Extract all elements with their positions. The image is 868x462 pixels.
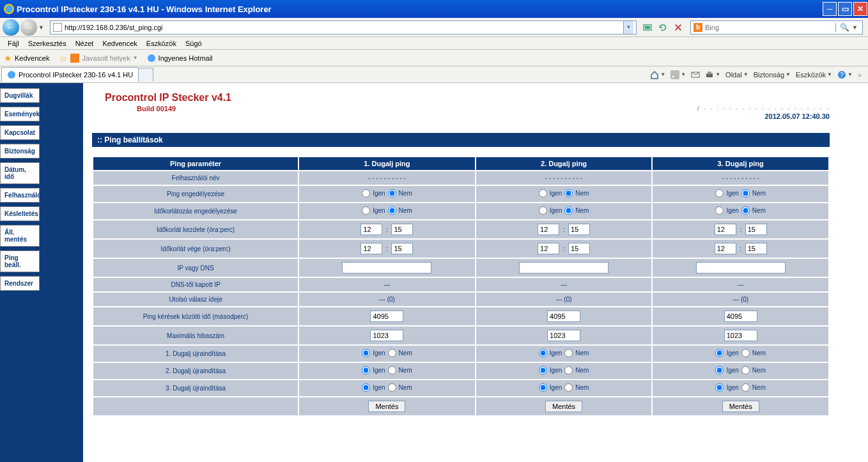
print-button[interactable]: ▼ <box>705 70 720 79</box>
menu-file[interactable]: Fájl <box>4 38 23 49</box>
radio-no[interactable] <box>388 206 396 215</box>
favorites-label[interactable]: Kedvencek <box>15 54 49 62</box>
menu-view[interactable]: Nézet <box>72 38 98 49</box>
sidebar-item-connection[interactable]: Kapcsolat <box>0 125 40 140</box>
ipdns-input[interactable] <box>696 262 786 273</box>
page-menu[interactable]: Oldal▼ <box>725 71 748 79</box>
refresh-button[interactable] <box>656 20 670 35</box>
min-input[interactable] <box>745 224 767 235</box>
sidebar-item-plugs[interactable]: Dugvillák <box>0 88 40 103</box>
nav-history-dropdown[interactable]: ▼ <box>38 24 46 31</box>
address-dropdown[interactable]: ▼ <box>623 21 633 34</box>
radio-yes[interactable] <box>362 366 370 374</box>
hour-input[interactable] <box>715 224 736 235</box>
maximize-button[interactable]: ▭ <box>838 2 852 16</box>
sidebar-item-statesave[interactable]: Áll. mentés <box>0 225 40 247</box>
radio-no[interactable] <box>741 383 750 392</box>
radio-yes[interactable] <box>715 349 724 357</box>
menu-edit[interactable]: Szerkesztés <box>24 38 70 49</box>
compat-view-button[interactable] <box>640 20 655 35</box>
hour-input[interactable] <box>715 243 736 254</box>
save-button[interactable]: Mentés <box>545 401 582 412</box>
radio-no[interactable] <box>564 189 573 197</box>
save-button[interactable]: Mentés <box>722 401 759 412</box>
interval-input[interactable] <box>724 311 757 322</box>
menu-tools[interactable]: Eszközök <box>143 38 180 49</box>
maxerr-input[interactable] <box>547 330 580 341</box>
radio-yes[interactable] <box>539 366 547 374</box>
radio-yes[interactable] <box>362 206 370 215</box>
radio-yes[interactable] <box>539 383 547 392</box>
hour-input[interactable] <box>360 243 382 254</box>
radio-yes[interactable] <box>539 189 547 197</box>
minimize-button[interactable]: ─ <box>823 2 837 16</box>
sidebar-item-user[interactable]: Felhasználó <box>0 188 40 203</box>
maxerr-input[interactable] <box>370 330 403 341</box>
close-button[interactable]: ✕ <box>853 2 867 16</box>
radio-no[interactable] <box>388 189 396 197</box>
maxerr-input[interactable] <box>724 330 757 341</box>
min-input[interactable] <box>568 243 590 254</box>
radio-no[interactable] <box>564 206 573 215</box>
help-button[interactable]: ?▼ <box>837 70 853 79</box>
ipdns-input[interactable] <box>519 262 608 273</box>
back-button[interactable]: ← <box>3 19 19 36</box>
feeds-button[interactable]: ▼ <box>670 70 686 79</box>
hour-input[interactable] <box>538 243 559 254</box>
radio-yes[interactable] <box>715 366 724 374</box>
sidebar-item-datetime[interactable]: Dátum, idő <box>0 162 40 184</box>
radio-no[interactable] <box>388 366 396 374</box>
hour-input[interactable] <box>360 224 382 235</box>
sidebar-item-system[interactable]: Rendszer <box>0 276 40 291</box>
radio-yes[interactable] <box>715 206 724 215</box>
ipdns-input[interactable] <box>342 262 431 273</box>
menu-help[interactable]: Súgó <box>182 38 206 49</box>
search-dropdown[interactable]: ▼ <box>852 24 860 31</box>
search-box[interactable]: b 🔍 ▼ <box>690 20 863 35</box>
radio-yes[interactable] <box>362 349 370 357</box>
tools-menu[interactable]: Eszközök▼ <box>796 71 832 79</box>
hour-input[interactable] <box>538 224 559 235</box>
radio-yes[interactable] <box>715 189 724 197</box>
radio-no[interactable] <box>564 366 573 374</box>
svg-text:?: ? <box>840 72 844 79</box>
home-button[interactable]: ▼ <box>650 70 665 79</box>
menu-favorites[interactable]: Kedvencek <box>98 38 141 49</box>
radio-yes[interactable] <box>362 383 370 392</box>
hotmail-link[interactable]: Ingyenes Hotmail <box>159 54 213 62</box>
radio-yes[interactable] <box>715 383 724 392</box>
stop-button[interactable] <box>671 20 685 35</box>
sidebar-item-ping[interactable]: Ping beáll. <box>0 250 40 272</box>
radio-no[interactable] <box>564 349 573 357</box>
interval-input[interactable] <box>547 311 580 322</box>
search-input[interactable] <box>705 24 833 31</box>
suggested-sites-link[interactable]: Javasolt helyek <box>82 54 130 62</box>
address-bar[interactable]: ▼ <box>50 20 637 35</box>
min-input[interactable] <box>391 243 413 254</box>
mail-button[interactable] <box>691 70 700 79</box>
radio-yes[interactable] <box>362 189 370 197</box>
new-tab-button[interactable] <box>138 68 153 81</box>
radio-no[interactable] <box>741 366 750 374</box>
min-input[interactable] <box>568 224 590 235</box>
forward-button[interactable]: → <box>20 19 37 36</box>
search-button[interactable]: 🔍 <box>835 23 849 32</box>
address-input[interactable] <box>65 24 621 31</box>
min-input[interactable] <box>391 224 413 235</box>
radio-no[interactable] <box>388 349 396 357</box>
radio-no[interactable] <box>741 189 750 197</box>
tab-active[interactable]: Procontrol IPstecker 230-16 v4.1 HU <box>1 67 139 82</box>
radio-no[interactable] <box>388 383 396 392</box>
save-button[interactable]: Mentés <box>368 401 405 412</box>
safety-menu[interactable]: Biztonság▼ <box>754 71 791 79</box>
sidebar-item-events[interactable]: Események <box>0 107 40 121</box>
interval-input[interactable] <box>370 311 403 322</box>
sidebar-item-delay[interactable]: Késleltetés <box>0 206 40 221</box>
radio-no[interactable] <box>564 383 573 392</box>
min-input[interactable] <box>745 243 767 254</box>
radio-yes[interactable] <box>539 349 547 357</box>
radio-no[interactable] <box>741 349 750 357</box>
radio-no[interactable] <box>741 206 750 215</box>
radio-yes[interactable] <box>539 206 547 215</box>
sidebar-item-security[interactable]: Biztonság <box>0 144 40 158</box>
